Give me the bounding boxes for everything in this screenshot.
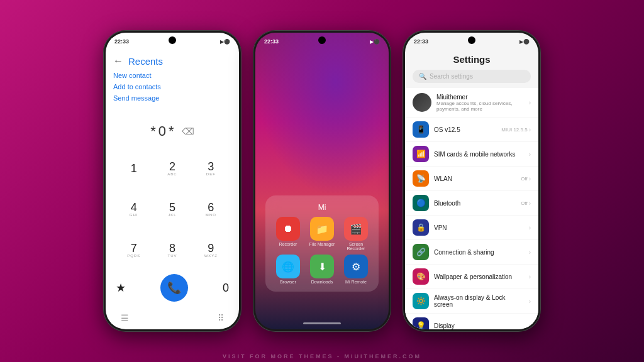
file-manager-label: File Manager bbox=[309, 242, 335, 246]
status-time-home: 22:33 bbox=[264, 38, 279, 45]
vpn-chevron: › bbox=[529, 224, 531, 231]
key-6[interactable]: 6MNO bbox=[193, 190, 229, 229]
phone-settings: 22:33 ▶⚫ Settings 🔍 Search settings Miui… bbox=[402, 30, 541, 332]
connection-chevron: › bbox=[529, 249, 531, 256]
bluetooth-label: Bluetooth bbox=[434, 200, 516, 207]
connection-label: Connection & sharing bbox=[434, 249, 524, 256]
settings-item-sim[interactable]: 📶 SIM cards & mobile networks › bbox=[405, 142, 538, 166]
dialer-display: *0* ⌫ bbox=[106, 104, 239, 150]
dialpad-toggle-icon[interactable]: ⠿ bbox=[218, 313, 224, 323]
wallpaper-chevron: › bbox=[529, 273, 531, 280]
app-downloads[interactable]: ⬇ Downloads bbox=[307, 255, 337, 284]
dialer-actions: New contact Add to contacts Send message bbox=[106, 69, 239, 104]
key-star[interactable]: ★ bbox=[116, 278, 126, 297]
signal-icon: ▶⚫ bbox=[220, 39, 230, 45]
wlan-icon: 📡 bbox=[413, 170, 429, 187]
signal-icon-settings: ▶⚫ bbox=[519, 39, 530, 45]
app-browser[interactable]: 🌐 Browser bbox=[273, 255, 303, 284]
key-5[interactable]: 5JKL bbox=[154, 190, 190, 229]
settings-item-bluetooth[interactable]: 🔵 Bluetooth Off › bbox=[405, 191, 538, 215]
settings-item-wlan[interactable]: 📡 WLAN Off › bbox=[405, 167, 538, 190]
status-icons-dialer: ▶⚫ bbox=[220, 39, 230, 45]
display-label: Display bbox=[434, 322, 524, 329]
settings-item-display[interactable]: 💡 Display › bbox=[405, 314, 538, 329]
home-indicator[interactable] bbox=[303, 322, 341, 324]
app-mi-remote[interactable]: ⚙ Mi Remote bbox=[341, 255, 371, 284]
vpn-text: VPN bbox=[434, 224, 524, 231]
sim-chevron: › bbox=[529, 151, 531, 158]
dialed-number: *0* bbox=[150, 123, 176, 140]
watermark-text: VISIT FOR MORE THEMES - MIUITHEMER.COM bbox=[0, 351, 644, 362]
key-9[interactable]: 9WXYZ bbox=[193, 231, 229, 269]
settings-item-connection[interactable]: 🔗 Connection & sharing › bbox=[405, 240, 538, 264]
settings-page-title: Settings bbox=[405, 50, 538, 67]
bluetooth-chevron: › bbox=[529, 200, 531, 207]
os-chevron: › bbox=[529, 126, 531, 133]
search-placeholder-text: Search settings bbox=[430, 73, 473, 80]
display-text: Display bbox=[434, 322, 524, 329]
sim-icon: 📶 bbox=[413, 146, 429, 162]
key-3[interactable]: 3DEF bbox=[193, 150, 229, 188]
os-icon: 📱 bbox=[413, 121, 429, 138]
wallpaper-text: Wallpaper & personalization bbox=[434, 273, 524, 280]
call-button[interactable]: 📞 bbox=[160, 274, 188, 302]
os-right: MIUI 12.5.5 › bbox=[501, 126, 531, 133]
wlan-label: WLAN bbox=[434, 175, 516, 182]
signal-icon-home: ▶⚫ bbox=[370, 39, 380, 45]
sim-text: SIM cards & mobile networks bbox=[434, 151, 524, 158]
downloads-label: Downloads bbox=[311, 280, 333, 284]
settings-item-wallpaper[interactable]: 🎨 Wallpaper & personalization › bbox=[405, 265, 538, 288]
hand-silhouette-decoration bbox=[255, 33, 389, 196]
recorder-icon: ⏺ bbox=[276, 217, 300, 241]
settings-search-bar[interactable]: 🔍 Search settings bbox=[413, 70, 531, 83]
add-to-contacts-link[interactable]: Add to contacts bbox=[113, 83, 231, 90]
dialpad-bottom: ★ 📞 0 bbox=[106, 269, 239, 309]
key-2[interactable]: 2ABC bbox=[154, 150, 190, 188]
send-message-link[interactable]: Send message bbox=[113, 94, 231, 102]
display-icon: 💡 bbox=[413, 317, 429, 329]
dialer-title: Recents bbox=[128, 56, 163, 67]
os-version: MIUI 12.5.5 bbox=[501, 127, 527, 133]
camera-punch-hole-2 bbox=[318, 36, 326, 44]
account-avatar bbox=[413, 93, 431, 112]
status-icons-home: ▶⚫ bbox=[370, 39, 380, 45]
key-7[interactable]: 7PQRS bbox=[116, 231, 152, 269]
bottom-nav-bar: ☰ ⠿ bbox=[106, 309, 239, 329]
account-text: Miuithemer Manage accounts, cloud servic… bbox=[436, 94, 524, 112]
wlan-text: WLAN bbox=[434, 175, 516, 182]
new-contact-link[interactable]: New contact bbox=[113, 72, 231, 79]
wlan-status: Off bbox=[521, 176, 528, 182]
delete-icon[interactable]: ⌫ bbox=[182, 126, 194, 136]
bluetooth-icon: 🔵 bbox=[413, 195, 429, 211]
app-recorder[interactable]: ⏺ Recorder bbox=[273, 217, 303, 251]
browser-icon: 🌐 bbox=[276, 255, 300, 278]
key-0[interactable]: 0 bbox=[223, 278, 229, 297]
app-folder-overlay[interactable]: Mi ⏺ Recorder 📁 File Manager 🎬 Screen Re… bbox=[265, 195, 379, 292]
back-icon[interactable]: ← bbox=[113, 55, 123, 67]
account-name: Miuithemer bbox=[436, 94, 524, 101]
settings-item-os[interactable]: 📱 OS v12.5 MIUI 12.5.5 › bbox=[405, 118, 538, 141]
settings-item-vpn[interactable]: 🔒 VPN › bbox=[405, 216, 538, 239]
menu-icon[interactable]: ☰ bbox=[121, 313, 129, 323]
always-on-chevron: › bbox=[529, 298, 531, 305]
app-screen-recorder[interactable]: 🎬 Screen Recorder bbox=[341, 217, 371, 251]
settings-item-always-on[interactable]: 🔆 Always-on display & Lock screen › bbox=[405, 289, 538, 313]
phone-home: 22:33 ▶⚫ Mi ⏺ Recorder 📁 File Manager 🎬 … bbox=[253, 30, 391, 332]
always-on-icon: 🔆 bbox=[413, 293, 429, 309]
connection-text: Connection & sharing bbox=[434, 249, 524, 256]
key-1[interactable]: 1 bbox=[116, 150, 152, 188]
settings-list: Miuithemer Manage accounts, cloud servic… bbox=[405, 85, 538, 329]
phone-dialer: 22:33 ▶⚫ ← Recents New contact Add to co… bbox=[103, 30, 242, 332]
bluetooth-right: Off › bbox=[521, 200, 531, 207]
key-8[interactable]: 8TUV bbox=[154, 231, 190, 269]
key-4[interactable]: 4GHI bbox=[116, 190, 152, 229]
settings-account-row[interactable]: Miuithemer Manage accounts, cloud servic… bbox=[405, 88, 538, 117]
mi-remote-label: Mi Remote bbox=[345, 280, 367, 284]
wallpaper-label: Wallpaper & personalization bbox=[434, 273, 524, 280]
screen-recorder-label: Screen Recorder bbox=[341, 242, 371, 251]
file-manager-icon: 📁 bbox=[310, 217, 334, 241]
status-icons-settings: ▶⚫ bbox=[519, 39, 530, 45]
folder-apps-grid: ⏺ Recorder 📁 File Manager 🎬 Screen Recor… bbox=[273, 217, 371, 284]
app-file-manager[interactable]: 📁 File Manager bbox=[307, 217, 337, 251]
connection-icon: 🔗 bbox=[413, 244, 429, 260]
